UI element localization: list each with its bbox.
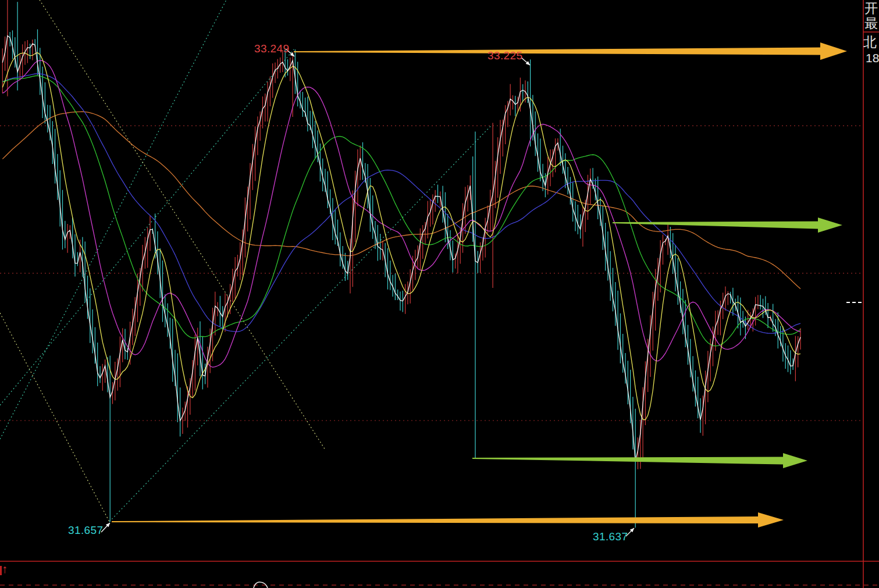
gold-arrow-top bbox=[294, 48, 820, 55]
green-arrow-top-head bbox=[818, 218, 842, 233]
gold-arrow-bottom bbox=[112, 516, 758, 523]
quote-panel-label-high: 最 bbox=[864, 17, 878, 30]
quote-panel-label-north: 北 bbox=[863, 35, 877, 49]
gold-arrow-bottom-head bbox=[758, 512, 784, 528]
chart-canvas[interactable] bbox=[0, 0, 879, 588]
green-arrow-bottom-head bbox=[783, 453, 807, 468]
high-price-annotation-1: 33.249 bbox=[254, 42, 290, 55]
extreme-markers bbox=[101, 49, 634, 536]
ma-slow bbox=[2, 74, 800, 333]
moving-average-lines bbox=[2, 53, 800, 420]
gold-arrow-top-head bbox=[820, 42, 847, 60]
quote-panel-value: 18 bbox=[866, 52, 879, 64]
ma-fast bbox=[2, 60, 800, 368]
green-arrow-bottom bbox=[472, 457, 783, 465]
low-price-annotation-2: 31.637 bbox=[593, 530, 628, 543]
stock-chart-app: 33.249 33.225 31.657 31.637 开 最 北 18 ↑ bbox=[0, 0, 879, 588]
chrome-lines bbox=[0, 0, 879, 588]
fan-line-to-peak1 bbox=[0, 49, 294, 405]
price-gridlines bbox=[0, 126, 862, 420]
quote-panel-label-open: 开 bbox=[864, 2, 878, 15]
up-arrow-icon: ↑ bbox=[2, 562, 8, 576]
green-arrow-top bbox=[613, 222, 818, 229]
high-price-annotation-2: 33.225 bbox=[487, 49, 523, 62]
decline-line-to-low1 bbox=[0, 313, 109, 522]
big-arrows bbox=[112, 42, 847, 528]
low-price-annotation-1: 31.657 bbox=[68, 524, 104, 537]
close-price-line bbox=[2, 36, 800, 461]
